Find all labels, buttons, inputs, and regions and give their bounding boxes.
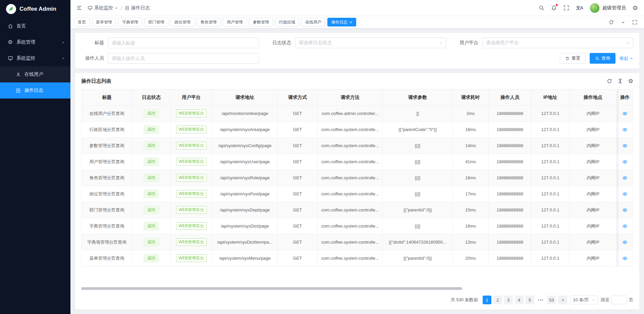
breadcrumb-operation-log[interactable]: 操作日志 bbox=[125, 5, 150, 11]
user-platform-select[interactable]: 请选择用户平台 bbox=[482, 38, 633, 48]
column-header[interactable]: 请求耗时 bbox=[452, 89, 488, 106]
breadcrumb-system-monitor[interactable]: 系统监控 bbox=[88, 5, 118, 11]
settings-gear-icon[interactable]: ⚙ bbox=[633, 5, 638, 11]
column-header[interactable]: 操作人员 bbox=[488, 89, 531, 106]
tab[interactable]: 菜单管理 × bbox=[92, 18, 116, 26]
column-header[interactable]: 请求地址 bbox=[212, 89, 277, 106]
cell-request-function: com.coffee.system.controlle... bbox=[318, 218, 383, 234]
view-detail-eye-icon[interactable] bbox=[622, 240, 628, 245]
jump-page-input[interactable] bbox=[611, 296, 627, 304]
cell-request-duration: 16ms bbox=[452, 218, 488, 234]
column-header[interactable]: 请求方法 bbox=[318, 89, 383, 106]
tab[interactable]: 角色管理 × bbox=[197, 18, 221, 26]
view-detail-eye-icon[interactable] bbox=[622, 127, 628, 132]
sidebar-item-label: 系统监控 bbox=[16, 55, 35, 61]
translate-icon[interactable]: 文A bbox=[576, 5, 583, 11]
page-button[interactable]: 5 bbox=[526, 296, 534, 304]
tab[interactable]: 行政区域 × bbox=[275, 18, 299, 26]
tab-label: 岗位管理 bbox=[174, 19, 191, 25]
column-height-icon[interactable] bbox=[618, 78, 623, 84]
column-header[interactable]: 操作 bbox=[617, 89, 633, 106]
page-button[interactable]: 53 bbox=[547, 296, 556, 304]
tab[interactable]: 在线用户 × bbox=[301, 18, 325, 26]
tab[interactable]: 岗位管理 × bbox=[170, 18, 195, 26]
cell-request-method: GET bbox=[277, 202, 317, 218]
sidebar-item-label: 在线用户 bbox=[24, 71, 43, 77]
page-size-select[interactable]: 10 条/页 bbox=[570, 296, 598, 304]
view-detail-eye-icon[interactable] bbox=[622, 207, 628, 213]
view-detail-eye-icon[interactable] bbox=[622, 175, 628, 181]
tab[interactable]: 操作日志 × bbox=[327, 18, 356, 26]
view-detail-eye-icon[interactable] bbox=[622, 159, 628, 165]
search-button[interactable]: 查询 bbox=[590, 53, 615, 64]
column-header[interactable]: 日志状态 bbox=[132, 89, 170, 106]
view-detail-eye-icon[interactable] bbox=[622, 143, 628, 148]
page-button[interactable]: 3 bbox=[504, 296, 513, 304]
view-detail-eye-icon[interactable] bbox=[622, 256, 628, 261]
collapse-filters-link[interactable]: 收起 bbox=[620, 55, 633, 61]
sidebar-item-home[interactable]: 首页 bbox=[0, 18, 70, 34]
cell-actions bbox=[617, 170, 633, 186]
tab[interactable]: 参数管理 × bbox=[249, 18, 273, 26]
cell-location: 内网IP bbox=[569, 202, 617, 218]
app-logo[interactable]: Coffee Admin bbox=[0, 0, 70, 18]
page-button[interactable]: ••• bbox=[536, 296, 545, 304]
column-header[interactable]: 操作地点 bbox=[569, 89, 617, 106]
avatar[interactable] bbox=[590, 3, 600, 13]
status-badge: 成功 bbox=[144, 158, 159, 166]
tab[interactable]: 用户管理 × bbox=[223, 18, 247, 26]
table-body: 在线用户分页查询 成功 WEB管理后台 /api/monitor/online/… bbox=[82, 106, 633, 266]
cell-request-params: [{"dictId":140647326180950... bbox=[383, 234, 452, 250]
column-header[interactable]: IP地址 bbox=[531, 89, 569, 106]
next-page-button[interactable]: > bbox=[558, 296, 567, 304]
cell-request-url: /api/monitor/online/page bbox=[212, 106, 277, 122]
page-button[interactable]: 2 bbox=[493, 296, 502, 304]
open-tabs: 首页 × 菜单管理 × 字典管理 × 部门管理 bbox=[74, 18, 603, 26]
cell-ip: 127.0.0.1 bbox=[531, 186, 569, 202]
page-buttons: 12345•••53 bbox=[483, 296, 556, 304]
reset-button-label: 重置 bbox=[572, 55, 580, 61]
refresh-icon[interactable] bbox=[605, 18, 617, 26]
log-status-select[interactable]: 请选择日志状态 bbox=[295, 38, 446, 48]
sidebar-item-operation-log[interactable]: 操作日志 bbox=[0, 82, 70, 99]
column-header[interactable]: 请求方式 bbox=[277, 89, 317, 106]
view-detail-eye-icon[interactable] bbox=[622, 191, 628, 197]
column-header[interactable]: 请求参数 bbox=[383, 89, 452, 106]
table-title: 操作日志列表 bbox=[81, 78, 111, 84]
cell-request-method: GET bbox=[277, 122, 317, 138]
user-menu[interactable]: 超级管理员 bbox=[590, 3, 626, 13]
view-detail-eye-icon[interactable] bbox=[622, 224, 628, 229]
cell-actions bbox=[617, 154, 633, 170]
cell-request-url: /api/system/sysPost/page bbox=[212, 186, 277, 202]
sidebar-collapse-icon[interactable] bbox=[76, 5, 82, 11]
cell-actions bbox=[617, 250, 633, 266]
table-settings-gear-icon[interactable]: ⚙ bbox=[628, 78, 633, 84]
breadcrumb-label: 操作日志 bbox=[131, 5, 150, 11]
sidebar-item-system-monitor[interactable]: 系统监控 bbox=[0, 50, 70, 66]
cell-location: 内网IP bbox=[569, 170, 617, 186]
title-input[interactable] bbox=[108, 38, 259, 48]
column-header[interactable]: 标题 bbox=[82, 89, 132, 106]
page-button[interactable]: 4 bbox=[515, 296, 524, 304]
content-fullscreen-icon[interactable] bbox=[629, 18, 641, 26]
column-header[interactable]: 用户平台 bbox=[170, 89, 212, 106]
cell-operator: 18888888888 bbox=[488, 138, 531, 154]
view-detail-eye-icon[interactable] bbox=[622, 111, 628, 116]
tab[interactable]: 首页 × bbox=[74, 18, 90, 26]
sidebar-item-online-users[interactable]: 在线用户 bbox=[0, 66, 70, 82]
search-icon[interactable] bbox=[539, 5, 544, 11]
notification-bell-icon[interactable] bbox=[551, 5, 557, 11]
operator-input[interactable] bbox=[108, 53, 259, 64]
cell-request-params: [] bbox=[383, 106, 452, 122]
reset-button[interactable]: 重置 bbox=[560, 53, 586, 64]
sidebar-item-system-management[interactable]: ⚙ 系统管理 bbox=[0, 34, 70, 50]
cell-request-method: GET bbox=[277, 106, 317, 122]
horizontal-scrollbar-thumb[interactable] bbox=[81, 287, 462, 290]
fullscreen-icon[interactable] bbox=[564, 5, 569, 11]
tab[interactable]: 字典管理 × bbox=[118, 18, 142, 26]
table-refresh-icon[interactable] bbox=[607, 78, 612, 84]
tab-close-icon[interactable]: × bbox=[350, 20, 352, 24]
page-button[interactable]: 1 bbox=[483, 296, 491, 304]
tab[interactable]: 部门管理 × bbox=[144, 18, 168, 26]
tab-options-chevron-icon[interactable] bbox=[617, 18, 629, 26]
